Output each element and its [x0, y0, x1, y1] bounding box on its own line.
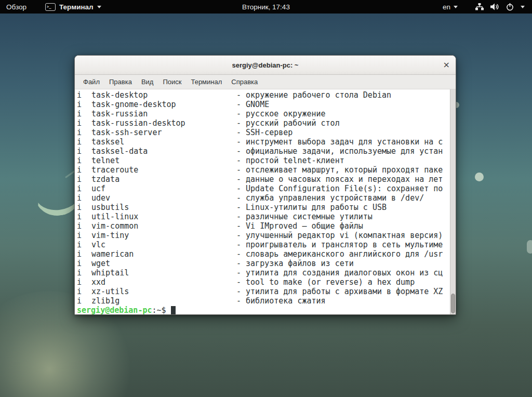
package-description: - утилита для работы с архивами в формат… [236, 287, 450, 296]
package-description: - библиотека сжатия [236, 296, 450, 306]
package-status: i [77, 203, 91, 212]
package-description: - SSH-сервер [236, 128, 450, 137]
package-description: - русское окружение [236, 109, 450, 118]
package-description: - утилита для создания диалоговых окон и… [236, 268, 450, 277]
wallpaper-dot [527, 240, 532, 254]
package-name: whiptail [91, 268, 236, 277]
menu-item-0[interactable]: Файл [78, 76, 104, 88]
keyboard-layout-indicator[interactable]: en [437, 0, 463, 14]
chevron-down-icon [521, 6, 525, 8]
menu-item-4[interactable]: Терминал [186, 76, 227, 88]
package-name: telnet [91, 156, 236, 165]
package-description: - словарь американского английского для … [236, 249, 450, 259]
package-description: - GNOME [236, 100, 450, 109]
package-name: task-ssh-server [91, 128, 236, 137]
package-name: util-linux [91, 212, 236, 221]
package-description: - инструмент выбора задач для установки … [236, 137, 450, 147]
package-row: ivlc- проигрыватель и транслятор в сеть … [77, 240, 450, 249]
menu-item-5[interactable]: Справка [227, 76, 262, 88]
package-name: task-russian [91, 109, 236, 118]
app-menu-label: Терминал [59, 3, 94, 11]
prompt-user-host: sergiy@debian-pc [77, 306, 152, 314]
package-description: - русский рабочий стол [236, 118, 450, 128]
prompt-path: :~$ [152, 306, 166, 314]
package-status: i [77, 212, 91, 221]
package-name: wget [91, 259, 236, 268]
cursor-block [171, 306, 176, 314]
package-row: itask-desktop- окружение рабочего стола … [77, 90, 450, 100]
package-row: itasksel- инструмент выбора задач для ус… [77, 137, 450, 147]
package-name: task-desktop [91, 90, 236, 100]
clock[interactable]: Вторник, 17:43 [242, 3, 290, 11]
package-row: itraceroute- отслеживает маршрут, которы… [77, 165, 450, 175]
package-status: i [77, 128, 91, 137]
package-name: traceroute [91, 165, 236, 175]
package-status: i [77, 147, 91, 156]
system-status-menu[interactable] [463, 0, 532, 14]
package-description: - данные о часовых поясах и переходах на… [236, 175, 450, 184]
close-button[interactable]: × [443, 61, 450, 69]
package-row: iutil-linux- различные системные утилиты [77, 212, 450, 221]
menu-bar: ФайлПравкаВидПоискТерминалСправка [75, 75, 456, 89]
menu-item-3[interactable]: Поиск [158, 76, 186, 88]
package-name: udev [91, 193, 236, 203]
package-name: vim-common [91, 221, 236, 231]
package-status: i [77, 231, 91, 240]
package-row: iwhiptail- утилита для создания диалогов… [77, 268, 450, 277]
terminal-output: itask-desktop- окружение рабочего стола … [75, 89, 450, 306]
package-row: itask-russian-desktop- русский рабочий с… [77, 118, 450, 128]
package-status: i [77, 90, 91, 100]
power-icon [506, 3, 514, 11]
package-name: xz-utils [91, 287, 236, 296]
window-titlebar[interactable]: sergiy@debian-pc: ~ × [75, 56, 456, 75]
package-name: tasksel-data [91, 147, 236, 156]
prompt-line: sergiy@debian-pc:~$ [75, 306, 456, 314]
package-row: ivim-tiny- улучшенный редактор vi (компа… [77, 231, 450, 240]
package-name: vim-tiny [91, 231, 236, 240]
package-description: - Linux-утилиты для работы с USB [236, 203, 450, 212]
package-status: i [77, 118, 91, 128]
chevron-down-icon [454, 6, 458, 8]
terminal-content[interactable]: itask-desktop- окружение рабочего стола … [75, 89, 456, 314]
keyboard-layout-label: en [443, 3, 450, 11]
package-name: tasksel [91, 137, 236, 147]
package-description: - tool to make (or reverse) a hex dump [236, 277, 450, 287]
package-status: i [77, 268, 91, 277]
package-description: - служба управления устройствами в /dev/ [236, 193, 450, 203]
package-row: itask-russian- русское окружение [77, 109, 450, 118]
package-row: iusbutils- Linux-утилиты для работы с US… [77, 203, 450, 212]
package-row: iwget- загрузка файлов из сети [77, 259, 450, 268]
package-status: i [77, 165, 91, 175]
scrollbar[interactable] [450, 89, 456, 314]
package-name: wamerican [91, 249, 236, 259]
scrollbar-thumb[interactable] [451, 294, 455, 313]
terminal-icon: >_ [45, 3, 56, 11]
menu-item-2[interactable]: Вид [137, 76, 158, 88]
menu-item-1[interactable]: Правка [104, 76, 137, 88]
network-icon [475, 3, 484, 10]
package-status: i [77, 221, 91, 231]
package-name: task-gnome-desktop [91, 100, 236, 109]
package-status: i [77, 296, 91, 306]
package-status: i [77, 193, 91, 203]
activities-button[interactable]: Обзор [0, 0, 33, 14]
package-description: - Update Configuration File(s): сохраняе… [236, 184, 450, 193]
package-row: izlib1g- библиотека сжатия [77, 296, 450, 306]
app-menu-button[interactable]: >_ Терминал [40, 0, 107, 14]
package-name: tzdata [91, 175, 236, 184]
package-description: - отслеживает маршрут, который проходят … [236, 165, 450, 175]
package-description: - окружение рабочего стола Debian [236, 90, 450, 100]
package-row: itask-gnome-desktop- GNOME [77, 100, 450, 109]
package-description: - загрузка файлов из сети [236, 259, 450, 268]
package-status: i [77, 287, 91, 296]
package-description: - улучшенный редактор vi (компактная вер… [236, 231, 450, 240]
volume-icon [490, 3, 499, 10]
package-status: i [77, 259, 91, 268]
desktop: Обзор >_ Терминал Вторник, 17:43 en [0, 0, 532, 397]
window-title: sergiy@debian-pc: ~ [232, 61, 299, 69]
package-status: i [77, 277, 91, 287]
package-description: - простой telnet-клиент [236, 156, 450, 165]
package-status: i [77, 249, 91, 259]
package-name: vlc [91, 240, 236, 249]
package-name: zlib1g [91, 296, 236, 306]
